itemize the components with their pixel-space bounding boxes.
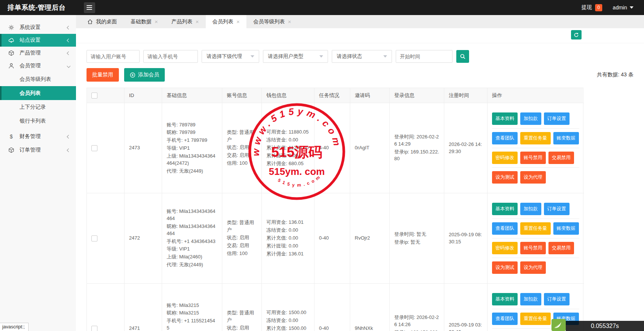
tab-my-desktop[interactable]: 我的桌面 (80, 15, 124, 28)
search-button[interactable] (456, 50, 469, 63)
action-view-team[interactable]: 查看团队 (492, 222, 518, 235)
action-order-setting[interactable]: 订单设置 (544, 112, 570, 125)
action-reset-tasks[interactable]: 重置任务量 (520, 222, 551, 235)
account-search-input[interactable] (87, 50, 140, 63)
sidebar-item-member-level-list[interactable]: 会员等级列表 (0, 72, 76, 86)
add-member-button[interactable]: 添加会员 (124, 68, 165, 82)
cell-register-time: 2025-09-19 08:30:15 (444, 193, 488, 284)
col-header-login: 登录信息 (390, 88, 444, 103)
action-reset-tasks[interactable]: 重置任务量 (520, 132, 551, 144)
action-set-test[interactable]: 设为测试 (492, 171, 518, 184)
cube-icon (8, 147, 14, 153)
phone-search-input[interactable] (143, 50, 198, 63)
col-header-actions: 操作 (488, 88, 584, 103)
action-add-deduct[interactable]: 加扣款 (520, 203, 541, 215)
chevron-left-icon (67, 26, 71, 29)
cell-register-time: 2026-02-26 14:29:30 (444, 103, 488, 193)
agent-select[interactable]: 请选择下级代理 (202, 50, 259, 63)
sidebar-item-member-list[interactable]: 会员列表 (0, 86, 76, 100)
chevron-left-icon (67, 51, 71, 55)
action-view-team[interactable]: 查看团队 (492, 313, 518, 325)
cell-register-time: 2025-09-19 03:08:46 (444, 284, 488, 331)
action-set-test[interactable]: 设为测试 (492, 261, 518, 274)
col-header-id: ID (125, 88, 162, 103)
row-checkbox[interactable] (91, 326, 97, 331)
sidebar-item-finance-management[interactable]: $ 财务管理 (0, 130, 76, 143)
batch-disable-button[interactable]: 批量禁用 (87, 68, 119, 82)
usertype-select[interactable]: 请选择用户类型 (263, 50, 328, 63)
refresh-button[interactable] (571, 30, 582, 39)
cell-account-info: 类型: 普通用户 状态: 启用 交易: 启用 信用: 100 (222, 284, 262, 331)
home-icon (87, 19, 93, 24)
hamburger-menu-icon[interactable] (84, 2, 95, 13)
action-set-agent[interactable]: 设为代理 (520, 261, 546, 274)
action-disable-trade[interactable]: 交易禁用 (548, 242, 574, 254)
gear-icon (8, 24, 14, 30)
action-add-deduct[interactable]: 加扣款 (520, 293, 541, 305)
sidebar-item-member-management[interactable]: 会员管理 (0, 59, 76, 72)
action-disable-account[interactable]: 账号禁用 (520, 152, 546, 164)
cell-invite-code: 9NhNXk (350, 284, 390, 331)
row-checkbox[interactable] (91, 235, 97, 241)
close-icon[interactable]: × (196, 19, 199, 24)
cell-actions: 基本资料 加扣款 订单设置 查看团队 重置任务量 账变数据 密码修改 账号禁用 … (488, 193, 584, 284)
cell-basic-info: 账号: 789789 昵称: 789789 手机号: +1 789789 等级:… (162, 103, 222, 193)
col-header-basic: 基础信息 (162, 88, 222, 103)
toolbar: 批量禁用 添加会员 共有数据: 43 条 (87, 68, 633, 82)
chevron-left-icon (67, 148, 71, 152)
framework-logo-icon (551, 319, 566, 331)
action-basic-info[interactable]: 基本资料 (492, 112, 518, 125)
action-change-password[interactable]: 密码修改 (492, 152, 518, 164)
dollar-icon: $ (8, 134, 14, 140)
sidebar-item-site-settings[interactable]: 站点设置 (0, 34, 76, 47)
site-icon (8, 37, 14, 43)
chevron-down-icon (630, 6, 633, 9)
action-change-password[interactable]: 密码修改 (492, 242, 518, 254)
cell-task: 4-40 (314, 103, 350, 193)
tab-member-list[interactable]: 会员列表 × (206, 15, 247, 28)
tab-product-list[interactable]: 产品列表 × (165, 15, 206, 28)
tab-basic-data[interactable]: 基础数据 × (124, 15, 165, 28)
action-account-change-data[interactable]: 账变数据 (553, 222, 579, 235)
user-menu[interactable]: admin (613, 5, 633, 11)
sidebar-item-system-settings[interactable]: 系统设置 (0, 21, 76, 34)
action-basic-info[interactable]: 基本资料 (492, 203, 518, 215)
cell-basic-info: 账号: Mila1343434364464 昵称: Mila1343434364… (162, 193, 222, 284)
sidebar-item-label: 站点设置 (20, 37, 41, 44)
sidebar-item-score-records[interactable]: 上下分记录 (0, 100, 76, 114)
select-all-checkbox[interactable] (91, 93, 97, 99)
close-icon[interactable]: × (155, 19, 158, 24)
action-reset-tasks[interactable]: 重置任务量 (520, 313, 551, 325)
action-set-agent[interactable]: 设为代理 (520, 171, 546, 184)
sidebar-item-bank-card-list[interactable]: 银行卡列表 (0, 114, 76, 128)
sidebar-item-label: 订单管理 (20, 147, 41, 153)
action-basic-info[interactable]: 基本资料 (492, 293, 518, 305)
cell-id: 2473 (125, 103, 162, 193)
col-header-wallet: 钱包信息 (262, 88, 314, 103)
action-add-deduct[interactable]: 加扣款 (520, 112, 541, 125)
close-icon[interactable]: × (237, 19, 240, 24)
sidebar-item-order-management[interactable]: 订单管理 (0, 144, 76, 156)
cell-actions: 基本资料 加扣款 订单设置 查看团队 重置任务量 账变数据 密码修改 账号禁用 … (488, 103, 584, 193)
col-header-task: 任务情况 (314, 88, 350, 103)
action-account-change-data[interactable]: 账变数据 (553, 132, 579, 144)
search-icon (460, 53, 466, 59)
sidebar-item-label: 系统设置 (20, 24, 41, 31)
sidebar-item-product-management[interactable]: 产品管理 (0, 47, 76, 59)
withdraw-link[interactable]: 提现 0 (582, 4, 602, 11)
member-table: ID 基础信息 账号信息 钱包信息 任务情况 邀请码 登录信息 注册时间 操作 … (87, 88, 583, 331)
row-checkbox[interactable] (91, 145, 97, 151)
action-order-setting[interactable]: 订单设置 (544, 203, 570, 215)
tab-member-level-list[interactable]: 会员等级列表 × (246, 15, 298, 28)
status-select[interactable]: 请选择状态 (332, 50, 392, 63)
col-header-account: 账号信息 (222, 88, 262, 103)
filter-bar: 请选择下级代理 请选择用户类型 请选择状态 (87, 50, 644, 63)
action-disable-account[interactable]: 账号禁用 (520, 242, 546, 254)
start-time-input[interactable] (396, 50, 453, 63)
action-order-setting[interactable]: 订单设置 (544, 293, 570, 305)
action-view-team[interactable]: 查看团队 (492, 132, 518, 144)
cell-login-info: 登录时间: 2026-02-26 14:26 登录ip: 169.150.222… (390, 284, 444, 331)
action-disable-trade[interactable]: 交易禁用 (548, 152, 574, 164)
close-icon[interactable]: × (288, 19, 291, 24)
withdraw-label: 提现 (582, 4, 592, 11)
